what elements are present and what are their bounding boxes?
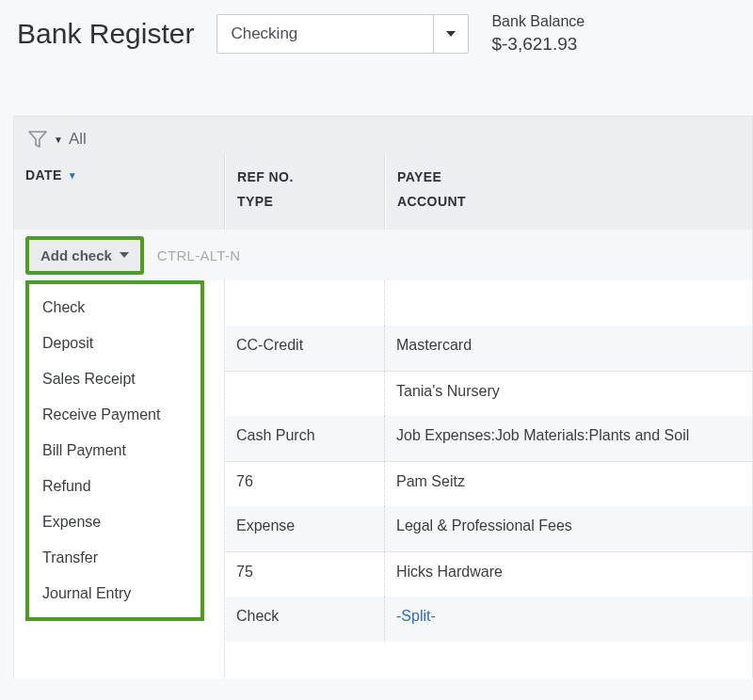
add-check-dropdown: CheckDepositSales ReceiptReceive Payment… — [25, 280, 204, 621]
filter-icon[interactable] — [27, 130, 48, 149]
column-date[interactable]: DATE ▼ — [14, 154, 225, 230]
cell-account: Mastercard — [385, 326, 752, 371]
cell-ref: 76 — [225, 461, 385, 506]
account-select-value[interactable]: Checking — [216, 14, 433, 54]
dropdown-item[interactable]: Deposit — [29, 326, 200, 361]
cell-ref — [225, 280, 385, 326]
register-rows: CC-CreditMastercardTania's NurseryCash P… — [225, 280, 752, 679]
balance-value: $-3,621.93 — [491, 32, 585, 56]
account-select[interactable]: Checking — [216, 14, 469, 54]
table-row[interactable] — [225, 280, 752, 326]
column-payee: PAYEE ACCOUNT — [385, 154, 752, 230]
account-select-dropdown-button[interactable] — [433, 14, 469, 54]
sort-caret-icon: ▼ — [68, 170, 77, 181]
caret-down-icon — [446, 31, 456, 37]
column-account-label: ACCOUNT — [397, 192, 741, 216]
column-date-label: DATE — [25, 167, 62, 183]
dropdown-item[interactable]: Receive Payment — [29, 397, 200, 433]
column-headers: DATE ▼ REF NO. TYPE PAYEE ACCOUNT — [14, 154, 752, 230]
add-transaction-row: Add check CTRL-ALT-N CheckDepositSales R… — [14, 230, 752, 280]
cell-ref: Cash Purch — [225, 416, 385, 461]
register-panel: ▼ All DATE ▼ REF NO. TYPE PAYEE ACCOUNT … — [13, 116, 753, 679]
cell-ref: CC-Credit — [225, 326, 385, 371]
dropdown-item[interactable]: Transfer — [29, 540, 200, 576]
filter-label: All — [69, 130, 87, 149]
add-check-button[interactable]: Add check — [25, 236, 144, 275]
column-ref: REF NO. TYPE — [225, 154, 385, 230]
dropdown-item[interactable]: Bill Payment — [29, 433, 200, 469]
caret-down-icon — [120, 252, 129, 258]
table-row[interactable]: 76Pam Seitz — [225, 461, 752, 506]
dropdown-item[interactable]: Check — [29, 290, 200, 326]
table-row[interactable]: Tania's Nursery — [225, 371, 752, 416]
shortcut-hint: CTRL-ALT-N — [157, 247, 241, 263]
column-refno-label: REF NO. — [237, 167, 373, 192]
table-row[interactable]: CC-CreditMastercard — [225, 326, 752, 371]
filter-bar: ▼ All — [14, 117, 752, 154]
cell-account: Hicks Hardware — [385, 551, 752, 597]
balance-block: Bank Balance $-3,621.93 — [491, 11, 585, 56]
dropdown-item[interactable]: Journal Entry — [29, 576, 200, 612]
table-row[interactable]: 75Hicks Hardware — [225, 551, 752, 597]
dropdown-item[interactable]: Sales Receipt — [29, 361, 200, 397]
cell-account[interactable]: -Split- — [385, 597, 752, 642]
cell-account: Legal & Professional Fees — [385, 506, 752, 551]
balance-label: Bank Balance — [491, 11, 585, 32]
cell-ref: 75 — [225, 551, 385, 597]
table-row[interactable]: ExpenseLegal & Professional Fees — [225, 506, 752, 551]
dropdown-item[interactable]: Refund — [29, 469, 200, 504]
table-row[interactable]: Check-Split- — [225, 597, 752, 642]
cell-ref: Expense — [225, 506, 385, 551]
add-check-label: Add check — [40, 247, 112, 263]
cell-ref: Check — [225, 597, 385, 642]
cell-account: Tania's Nursery — [385, 371, 752, 416]
cell-account: Pam Seitz — [385, 461, 752, 506]
page-header: Bank Register Checking Bank Balance $-3,… — [0, 0, 753, 71]
column-payee-label: PAYEE — [397, 167, 741, 192]
page-title: Bank Register — [17, 18, 194, 50]
dropdown-item[interactable]: Expense — [29, 504, 200, 540]
column-type-label: TYPE — [237, 192, 373, 216]
caret-down-icon[interactable]: ▼ — [54, 135, 63, 145]
table-row[interactable]: Cash PurchJob Expenses:Job Materials:Pla… — [225, 416, 752, 461]
cell-account — [385, 280, 752, 326]
cell-account: Job Expenses:Job Materials:Plants and So… — [385, 416, 752, 461]
cell-ref — [225, 371, 385, 416]
